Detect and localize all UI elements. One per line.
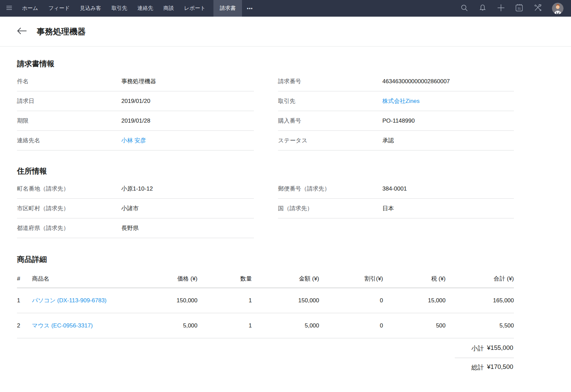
- plus-icon: [497, 4, 505, 13]
- record-header: 事務処理機器: [0, 17, 571, 47]
- col-header-amount: 金額 (¥): [252, 268, 319, 288]
- field-row-po-number: 購入番号 PO-1148990: [278, 111, 514, 131]
- hamburger-menu-button[interactable]: [0, 0, 17, 17]
- grand-total-row: 総計 ¥170,500: [455, 358, 514, 377]
- cell-quantity: 1: [197, 313, 252, 338]
- field-row-billing-zip: 郵便番号（請求先） 384-0001: [278, 179, 514, 199]
- cell-amount: 150,000: [252, 288, 319, 313]
- product-table: # 商品名 価格 (¥) 数量 金額 (¥) 割引(¥) 税 (¥) 合計 (¥…: [17, 268, 514, 338]
- field-label: 請求日: [17, 97, 121, 105]
- col-header-index: #: [17, 268, 32, 288]
- field-value: 2019/01/20: [121, 98, 254, 105]
- field-row-billing-street: 町名番地（請求先） 小原1-10-12: [17, 179, 254, 199]
- product-table-header-row: # 商品名 価格 (¥) 数量 金額 (¥) 割引(¥) 税 (¥) 合計 (¥…: [17, 268, 514, 288]
- field-value: 463463000000002860007: [382, 78, 514, 85]
- cell-discount: 0: [319, 288, 383, 313]
- field-value: 日本: [382, 204, 514, 212]
- cell-discount: 0: [319, 313, 383, 338]
- nav-item-reports[interactable]: レポート: [179, 0, 211, 17]
- product-row: 2 マウス (EC-0956-3317) 5,000 1 5,000 0 500…: [17, 313, 514, 338]
- user-avatar[interactable]: [552, 3, 564, 14]
- cell-tax: 15,000: [383, 288, 446, 313]
- field-value: 384-0001: [382, 185, 514, 192]
- status-value: 承認: [382, 137, 514, 144]
- nav-item-contacts[interactable]: 連絡先: [132, 0, 158, 17]
- field-row-contact-name: 連絡先名 小林 安彦: [17, 131, 254, 150]
- grand-total-label: 総計: [471, 363, 484, 372]
- cell-amount: 5,000: [252, 313, 319, 338]
- col-header-total: 合計 (¥): [446, 268, 514, 288]
- field-label: 町名番地（請求先）: [17, 185, 121, 193]
- product-link[interactable]: パソコン (DX-113-909-6783): [32, 297, 107, 304]
- account-link[interactable]: 株式会社Zines: [382, 97, 514, 105]
- subtotal-label: 小計: [471, 344, 484, 353]
- field-label: 期限: [17, 117, 121, 125]
- field-label: 購入番号: [278, 117, 382, 125]
- col-header-product-name: 商品名: [32, 268, 134, 288]
- totals-block: 小計 ¥155,000 総計 ¥170,500: [17, 339, 514, 377]
- cell-price: 5,000: [134, 313, 197, 338]
- nav-item-invoices-active[interactable]: 請求書: [213, 0, 242, 17]
- contact-link[interactable]: 小林 安彦: [121, 137, 254, 144]
- nav-item-home[interactable]: ホーム: [17, 0, 43, 17]
- col-header-tax: 税 (¥): [383, 268, 446, 288]
- field-label: 都道府県（請求先）: [17, 224, 121, 232]
- search-button[interactable]: [460, 4, 468, 13]
- notifications-button[interactable]: [479, 4, 487, 13]
- quick-create-button[interactable]: [497, 4, 505, 13]
- nav-more-button[interactable]: •••: [242, 0, 258, 17]
- row-index: 1: [17, 288, 32, 313]
- address-info-title: 住所情報: [17, 166, 514, 176]
- top-nav-bar: ホーム フィード 見込み客 取引先 連絡先 商談 レポート 請求書 •••: [0, 0, 571, 17]
- settings-tools-button[interactable]: [534, 4, 542, 13]
- field-row-billing-city: 市区町村（請求先） 小諸市: [17, 199, 254, 218]
- cell-quantity: 1: [197, 288, 252, 313]
- cell-price: 150,000: [134, 288, 197, 313]
- cell-total: 5,500: [446, 313, 514, 338]
- nav-item-leads[interactable]: 見込み客: [75, 0, 106, 17]
- field-label: 連絡先名: [17, 137, 121, 144]
- svg-text:31: 31: [518, 6, 521, 10]
- field-value: 小諸市: [121, 204, 254, 212]
- col-header-quantity: 数量: [197, 268, 252, 288]
- row-index: 2: [17, 313, 32, 338]
- field-row-billing-country: 国（請求先） 日本: [278, 199, 514, 218]
- product-link[interactable]: マウス (EC-0956-3317): [32, 322, 93, 329]
- cell-tax: 500: [383, 313, 446, 338]
- product-details-section: 商品詳細 # 商品名 価格 (¥) 数量 金額 (¥) 割引(¥) 税 (¥) …: [17, 254, 514, 377]
- field-label: 請求番号: [278, 77, 382, 85]
- back-arrow-icon: [17, 27, 27, 36]
- product-row: 1 パソコン (DX-113-909-6783) 150,000 1 150,0…: [17, 288, 514, 313]
- product-details-title: 商品詳細: [17, 254, 514, 265]
- calendar-button[interactable]: 31: [515, 4, 523, 13]
- hamburger-icon: [6, 5, 12, 12]
- field-label: ステータス: [278, 137, 382, 144]
- subtotal-value: ¥155,000: [487, 344, 513, 353]
- field-row-invoice-date: 請求日 2019/01/20: [17, 91, 254, 111]
- field-label: 件名: [17, 77, 121, 85]
- field-row-account: 取引先 株式会社Zines: [278, 91, 514, 111]
- field-row-due-date: 期限 2019/01/28: [17, 111, 254, 131]
- invoice-info-section: 請求書情報 件名 事務処理機器 請求日 2019/01/20 期限 2019/0…: [17, 59, 514, 150]
- field-label: 取引先: [278, 97, 382, 105]
- nav-item-deals[interactable]: 商談: [158, 0, 179, 17]
- search-icon: [460, 4, 468, 13]
- field-label: 国（請求先）: [278, 204, 382, 212]
- address-info-section: 住所情報 町名番地（請求先） 小原1-10-12 市区町村（請求先） 小諸市 都…: [17, 166, 514, 238]
- nav-item-feed[interactable]: フィード: [43, 0, 75, 17]
- field-value: 事務処理機器: [121, 77, 254, 85]
- field-label: 郵便番号（請求先）: [278, 185, 382, 193]
- field-value: 小原1-10-12: [121, 185, 254, 193]
- field-row-invoice-number: 請求番号 463463000000002860007: [278, 72, 514, 91]
- field-row-billing-state: 都道府県（請求先） 長野県: [17, 218, 254, 238]
- nav-item-accounts[interactable]: 取引先: [106, 0, 133, 17]
- field-row-subject: 件名 事務処理機器: [17, 72, 254, 91]
- col-header-price: 価格 (¥): [134, 268, 197, 288]
- calendar-icon: 31: [515, 3, 524, 14]
- field-value: 長野県: [121, 224, 254, 232]
- bell-icon: [479, 4, 487, 13]
- back-button[interactable]: [17, 27, 31, 36]
- grand-total-value: ¥170,500: [487, 363, 513, 372]
- col-header-discount: 割引(¥): [319, 268, 383, 288]
- field-row-status: ステータス 承認: [278, 131, 514, 150]
